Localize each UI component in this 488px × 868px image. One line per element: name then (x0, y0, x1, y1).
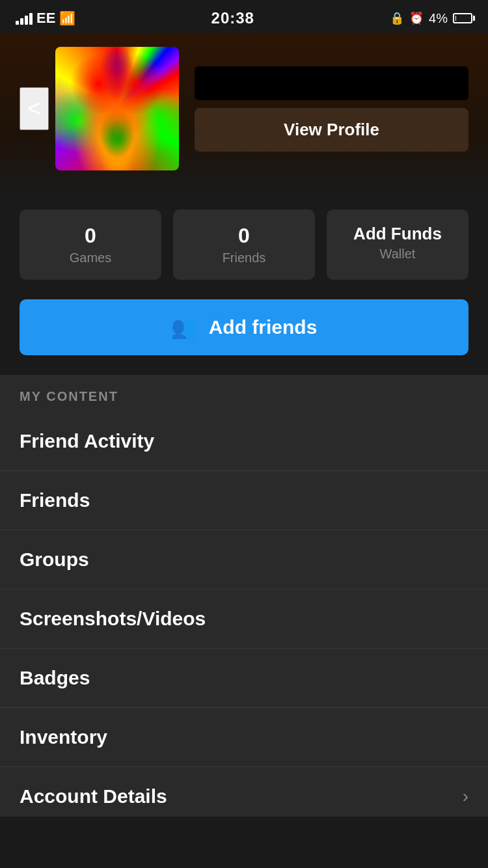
battery-fill (455, 16, 456, 21)
menu-item-label: Badges (20, 667, 90, 689)
menu-item-label: Friends (20, 489, 90, 511)
wallet-title: Add Funds (338, 224, 457, 244)
wifi-icon: 📶 (59, 10, 75, 26)
battery-percent: 4% (429, 11, 448, 26)
menu-item-label: Friend Activity (20, 430, 154, 452)
menu-item-friend-activity[interactable]: Friend Activity (0, 412, 488, 471)
menu-item-label: Screenshots/Videos (20, 608, 206, 630)
chevron-right-icon: › (463, 786, 468, 807)
menu-item-inventory[interactable]: Inventory (0, 708, 488, 767)
menu-item-account-details[interactable]: Account Details › (0, 767, 488, 817)
profile-info: View Profile (195, 66, 468, 152)
add-friends-button[interactable]: 👥 Add friends (20, 299, 468, 355)
menu-item-label: Inventory (20, 726, 107, 748)
menu-item-badges[interactable]: Badges (0, 649, 488, 708)
status-right: 🔒 ⏰ 4% (390, 11, 472, 26)
menu-item-groups[interactable]: Groups (0, 530, 488, 590)
username-block (195, 66, 468, 100)
back-button[interactable]: < (20, 87, 49, 130)
alarm-icon: ⏰ (409, 11, 424, 25)
games-label: Games (31, 251, 150, 265)
add-friends-icon: 👥 (171, 315, 197, 340)
menu-item-friends[interactable]: Friends (0, 471, 488, 530)
friends-count: 0 (185, 224, 303, 248)
view-profile-button[interactable]: View Profile (195, 108, 468, 152)
profile-avatar (55, 47, 179, 170)
stat-card-wallet[interactable]: Add Funds Wallet (327, 210, 468, 280)
profile-header: < View Profile (0, 34, 488, 197)
friends-label: Friends (185, 251, 303, 265)
add-friends-section: 👥 Add friends (0, 293, 488, 368)
lock-icon: 🔒 (390, 11, 404, 25)
status-time: 20:38 (211, 9, 254, 27)
status-left: EE 📶 (16, 10, 75, 27)
section-header: MY CONTENT (0, 375, 488, 412)
menu-item-label: Groups (20, 549, 89, 571)
games-count: 0 (31, 224, 150, 248)
avatar-image (55, 47, 179, 170)
battery-icon (453, 13, 472, 23)
stat-card-games[interactable]: 0 Games (20, 210, 161, 280)
status-bar: EE 📶 20:38 🔒 ⏰ 4% (0, 0, 488, 34)
menu-item-screenshots[interactable]: Screenshots/Videos (0, 590, 488, 649)
wallet-label: Wallet (338, 247, 457, 262)
stat-card-friends[interactable]: 0 Friends (173, 210, 315, 280)
stats-row: 0 Games 0 Friends Add Funds Wallet (0, 197, 488, 293)
menu-item-label: Account Details (20, 785, 167, 807)
carrier-label: EE (36, 10, 55, 27)
add-friends-label: Add friends (209, 316, 318, 338)
menu-section: MY CONTENT Friend Activity Friends Group… (0, 375, 488, 817)
signal-icon (16, 12, 33, 25)
